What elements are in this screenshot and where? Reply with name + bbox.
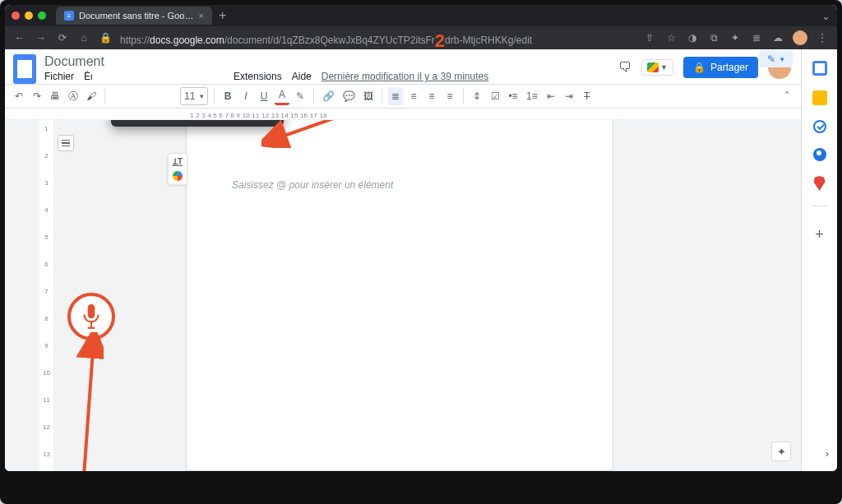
reload-icon[interactable]: ⟳ xyxy=(56,32,69,44)
calendar-icon[interactable] xyxy=(812,61,827,76)
checklist-button[interactable]: ☑ xyxy=(488,87,502,105)
url-path: /document/d/1qZBzx8QekwJxBq4ZYUcTP2itsFr xyxy=(224,35,435,46)
insert-image-button[interactable]: 🖼 xyxy=(361,87,376,105)
decrease-indent-button[interactable]: ⇤ xyxy=(544,87,558,105)
menu-extensions[interactable]: Extensions xyxy=(234,71,282,82)
annotation-two: 2 xyxy=(435,30,445,49)
clear-formatting-button[interactable]: T xyxy=(580,87,594,105)
numbered-list-button[interactable]: 1≡ xyxy=(524,87,540,105)
comments-icon[interactable]: 🗨 xyxy=(618,60,632,75)
extension-1-icon[interactable]: ⧉ xyxy=(707,32,720,44)
url-path-2: drb-MtjcRHKKg/edit xyxy=(445,35,532,46)
meet-icon xyxy=(647,62,659,72)
profile-avatar-icon[interactable] xyxy=(793,30,807,45)
insert-comment-button[interactable]: 💬 xyxy=(340,87,358,105)
menu-edit[interactable]: Édition xyxy=(84,71,92,82)
align-right-button[interactable]: ≡ xyxy=(424,87,439,105)
annotation-arrow-1 xyxy=(76,332,104,471)
insert-link-button[interactable]: 🔗 xyxy=(320,87,337,105)
maximize-window-icon[interactable] xyxy=(38,12,46,20)
new-tab-button[interactable]: + xyxy=(219,9,226,22)
share-url-icon[interactable]: ⇧ xyxy=(643,32,656,44)
vertical-ruler[interactable]: 12345678910111213 xyxy=(39,120,54,471)
menu-bar: Fichier Édition Extensions Aide Dernière… xyxy=(44,71,488,82)
text-tool-icon: ꓕT xyxy=(173,157,183,166)
tasks-icon[interactable] xyxy=(813,120,826,133)
home-icon[interactable]: ⌂ xyxy=(77,32,90,44)
font-size-input[interactable]: 11▾ xyxy=(180,87,208,105)
menu-file[interactable]: Fichier xyxy=(44,71,74,82)
print-button[interactable]: 🖶 xyxy=(48,87,62,105)
align-justify-button[interactable]: ≡ xyxy=(442,87,457,105)
undo-button[interactable]: ↶ xyxy=(12,87,26,105)
highlight-button[interactable]: ✎ xyxy=(293,87,308,105)
voice-typing-mic-button[interactable] xyxy=(67,293,115,340)
minimize-window-icon[interactable] xyxy=(25,12,33,20)
docs-favicon: ≡ xyxy=(64,11,74,21)
lock-icon: 🔒 xyxy=(693,62,706,73)
meet-button[interactable]: ▼ xyxy=(641,59,673,76)
side-panel: + › xyxy=(801,49,837,471)
line-spacing-button[interactable]: ⇕ xyxy=(470,87,484,105)
document-outline-button[interactable] xyxy=(58,135,74,151)
increase-indent-button[interactable]: ⇥ xyxy=(562,87,576,105)
last-edit-link[interactable]: Dernière modification il y a 39 minutes xyxy=(322,71,488,82)
paint-format-button[interactable]: 🖌 xyxy=(84,87,99,105)
kebab-menu-icon[interactable]: ⋮ xyxy=(816,32,829,44)
maps-icon[interactable] xyxy=(814,176,826,191)
align-left-button[interactable]: ≣ xyxy=(388,87,403,105)
url-host: docs.google.com xyxy=(150,35,224,46)
browser-tabstrip: ≡ Document sans titre - Google × + ⌄ xyxy=(5,5,837,26)
text-color-button[interactable]: A xyxy=(275,87,289,105)
menu-help[interactable]: Aide xyxy=(292,71,312,82)
url-scheme: https:// xyxy=(120,35,150,46)
extension-3-icon[interactable]: ☁ xyxy=(771,32,784,44)
tab-title: Document sans titre - Google xyxy=(79,11,194,21)
puzzle-icon[interactable]: ✦ xyxy=(729,32,742,44)
address-bar: ← → ⟳ ⌂ 🔒 https://docs.google.com/docume… xyxy=(5,26,837,49)
keep-icon[interactable] xyxy=(812,90,827,105)
extension-2-icon[interactable]: ≣ xyxy=(750,32,763,44)
document-canvas: 12345678910111213 Saisissez @ pour insér… xyxy=(5,120,801,471)
horizontal-ruler[interactable]: 1 2 3 4 5 6 7 8 9 10 11 12 13 14 15 16 1… xyxy=(5,109,801,120)
lock-icon[interactable]: 🔒 xyxy=(99,32,112,44)
assistant-icon xyxy=(173,171,183,181)
add-addon-button[interactable]: + xyxy=(815,226,824,243)
star-icon[interactable]: ☆ xyxy=(664,32,678,44)
chevron-down-icon[interactable]: ⌄ xyxy=(821,10,830,22)
bold-button[interactable]: B xyxy=(220,87,235,105)
window-controls[interactable] xyxy=(12,12,46,20)
back-icon[interactable]: ← xyxy=(13,32,26,44)
permission-prompt: × docs.google.com souhaite Utiliser votr… xyxy=(111,120,284,127)
editor-placeholder: Saisissez @ pour insérer un élément xyxy=(232,179,393,191)
close-window-icon[interactable] xyxy=(12,12,20,20)
italic-button[interactable]: I xyxy=(238,87,253,105)
forward-icon[interactable]: → xyxy=(35,32,48,44)
spellcheck-button[interactable]: Ⓐ xyxy=(66,87,81,105)
document-page[interactable]: Saisissez @ pour insérer un élément xyxy=(186,120,613,471)
share-button[interactable]: 🔒 Partager xyxy=(683,57,758,78)
underline-button[interactable]: U xyxy=(257,87,271,105)
hide-sidepanel-button[interactable]: › xyxy=(826,447,829,460)
close-tab-icon[interactable]: × xyxy=(199,11,204,21)
explore-button[interactable]: ✦ xyxy=(771,442,791,461)
docs-app: Document Fichier Édition Extensions Aide… xyxy=(5,49,801,471)
bulleted-list-button[interactable]: •≡ xyxy=(506,87,520,105)
align-center-button[interactable]: ≡ xyxy=(406,87,421,105)
browser-tab[interactable]: ≡ Document sans titre - Google × xyxy=(56,7,212,25)
svg-line-0 xyxy=(84,339,94,471)
voice-typing-widget[interactable]: ꓕT xyxy=(168,153,187,185)
redo-button[interactable]: ↷ xyxy=(30,87,44,105)
url-field[interactable]: https://docs.google.com/document/d/1qZBz… xyxy=(120,27,635,49)
microphone-icon xyxy=(81,304,102,329)
shield-icon[interactable]: ◑ xyxy=(686,32,699,44)
formatting-toolbar: ↶ ↷ 🖶 Ⓐ 🖌 11▾ B I U A ✎ 🔗 💬 xyxy=(5,84,801,109)
share-label: Partager xyxy=(710,62,748,73)
document-title[interactable]: Document xyxy=(44,54,143,69)
contacts-icon[interactable] xyxy=(813,148,826,161)
collapse-toolbar-button[interactable]: ˄ xyxy=(780,87,794,105)
docs-logo-icon[interactable] xyxy=(13,54,36,84)
